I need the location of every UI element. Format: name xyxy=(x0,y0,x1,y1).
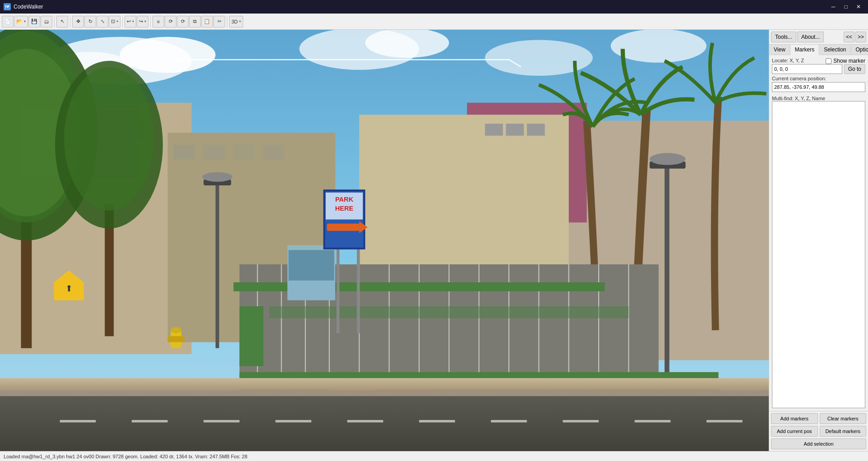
undo-dropdown[interactable]: ↩▾ xyxy=(125,16,136,28)
toolbar-nav-group: ↖ xyxy=(56,16,70,28)
scale-button[interactable]: ⤡ xyxy=(97,16,108,28)
rotate-button[interactable]: ↻ xyxy=(84,16,96,28)
toolbar-view-group: ≡ ⟳ ⟳ ⧉ 📋 ✂ xyxy=(152,16,227,28)
tab-options[interactable]: Options xyxy=(851,45,868,55)
tab-selection[interactable]: Selection xyxy=(819,45,851,55)
add-markers-button[interactable]: Add markers xyxy=(771,413,818,424)
markers-btn-row2: Add current pos Default markers xyxy=(771,426,866,437)
tab-markers[interactable]: Markers xyxy=(790,45,819,55)
svg-rect-40 xyxy=(216,180,219,348)
svg-rect-94 xyxy=(563,420,599,422)
svg-point-42 xyxy=(203,172,232,182)
svg-rect-61 xyxy=(240,306,263,366)
svg-rect-93 xyxy=(491,420,527,422)
svg-rect-97 xyxy=(0,390,769,396)
locate-section: Locate: X, Y, Z Show marker Go to xyxy=(772,58,865,74)
viewport[interactable]: PARK HERE ⬆ xyxy=(0,30,769,451)
goto-button[interactable]: Go to xyxy=(844,64,865,74)
markers-btn-row1: Add markers Clear markers xyxy=(771,413,866,424)
status-text: Loaded ma@hw1_rd_3.ybn hw1 24 ov00 Drawn… xyxy=(4,454,247,459)
save-button[interactable]: 💾 xyxy=(28,16,40,28)
close-button[interactable]: ✕ xyxy=(853,2,864,11)
svg-point-39 xyxy=(64,67,154,211)
nav-next-button[interactable]: >> xyxy=(855,32,866,42)
svg-rect-87 xyxy=(60,420,96,422)
show-marker-label: Show marker xyxy=(833,58,865,64)
locate-input-row: Go to xyxy=(772,64,865,74)
camera-pos-section: Current camera position: xyxy=(772,76,865,92)
svg-rect-30 xyxy=(485,124,503,136)
default-markers-button[interactable]: Default markers xyxy=(820,426,867,437)
toolbar-3d-group: 3D▾ xyxy=(229,16,245,28)
copy-button[interactable]: ⧉ xyxy=(189,16,201,28)
locate-label-row: Locate: X, Y, Z Show marker xyxy=(772,58,865,64)
app-icon: 🗺 xyxy=(4,3,11,10)
svg-rect-92 xyxy=(419,420,455,422)
panel-tabs: View Markers Selection Options xyxy=(769,45,868,55)
panel-buttons: Add markers Clear markers Add current po… xyxy=(769,411,868,451)
save-all-button[interactable]: 🗂 xyxy=(41,16,52,28)
svg-rect-75 xyxy=(337,249,340,333)
title-bar-controls: ─ □ ✕ xyxy=(827,2,864,11)
main-content: PARK HERE ⬆ xyxy=(0,30,868,451)
scene-background: PARK HERE ⬆ xyxy=(0,30,769,451)
right-panel: Tools... About... << >> View Markers Sel… xyxy=(769,30,868,451)
toolbar-transform-group: ✥ ↻ ⤡ ⊡▾ xyxy=(72,16,123,28)
svg-rect-21 xyxy=(203,145,224,160)
svg-rect-62 xyxy=(269,306,628,318)
nav-prev-button[interactable]: << xyxy=(844,32,854,42)
show-marker-checkbox[interactable] xyxy=(826,58,831,64)
cut-button[interactable]: ✂ xyxy=(213,16,225,28)
svg-rect-43 xyxy=(665,162,669,372)
svg-text:⬆: ⬆ xyxy=(65,284,73,293)
toolbar-file-group: 📄 📂▾ 💾 🗂 xyxy=(2,16,55,28)
tab-view[interactable]: View xyxy=(769,45,790,55)
add-current-pos-button[interactable]: Add current pos xyxy=(771,426,818,437)
svg-point-45 xyxy=(650,153,686,165)
tools-button[interactable]: Tools... xyxy=(771,32,796,42)
refresh2-button[interactable]: ⟳ xyxy=(177,16,189,28)
camera-pos-input[interactable] xyxy=(772,82,865,92)
3d-mode-dropdown[interactable]: 3D▾ xyxy=(229,16,243,28)
panel-content: Locate: X, Y, Z Show marker Go to Curren… xyxy=(769,55,868,411)
refresh-button[interactable]: ⟳ xyxy=(165,16,176,28)
about-button[interactable]: About... xyxy=(797,32,824,42)
svg-rect-23 xyxy=(263,145,284,160)
redo-dropdown[interactable]: ↪▾ xyxy=(137,16,148,28)
clear-markers-button[interactable]: Clear markers xyxy=(820,413,867,424)
select-button[interactable]: ↖ xyxy=(56,16,68,28)
locate-input[interactable] xyxy=(772,64,842,74)
svg-rect-89 xyxy=(203,420,240,422)
list-button[interactable]: ≡ xyxy=(152,16,164,28)
toolbar: 📄 📂▾ 💾 🗂 ↖ ✥ ↻ ⤡ ⊡▾ ↩▾ ↪▾ ≡ ⟳ ⟳ ⧉ 📋 ✂ 3D… xyxy=(0,14,868,30)
scene-svg: PARK HERE ⬆ xyxy=(0,30,769,451)
open-dropdown[interactable]: 📂▾ xyxy=(14,16,28,28)
svg-point-85 xyxy=(171,327,181,333)
multifind-section: Multi-find: X, Y, Z, Name xyxy=(772,94,865,408)
panel-top-buttons: Tools... About... << >> xyxy=(769,30,868,45)
svg-rect-84 xyxy=(168,336,185,342)
svg-text:PARK: PARK xyxy=(335,196,354,203)
title-bar-left: 🗺 CodeWalker xyxy=(4,3,43,10)
multifind-textarea[interactable] xyxy=(772,101,865,408)
status-bar: Loaded ma@hw1_rd_3.ybn hw1 24 ov00 Drawn… xyxy=(0,451,868,461)
snap-dropdown[interactable]: ⊡▾ xyxy=(109,16,120,28)
svg-rect-91 xyxy=(347,420,383,422)
paste-button[interactable]: 📋 xyxy=(201,16,213,28)
camera-pos-label: Current camera position: xyxy=(772,76,865,81)
svg-rect-32 xyxy=(527,124,545,136)
maximize-button[interactable]: □ xyxy=(840,2,852,11)
svg-rect-88 xyxy=(132,420,168,422)
new-button[interactable]: 📄 xyxy=(2,16,14,28)
svg-rect-95 xyxy=(635,420,671,422)
svg-rect-98 xyxy=(0,378,769,390)
minimize-button[interactable]: ─ xyxy=(827,2,839,11)
locate-label: Locate: X, Y, Z xyxy=(772,58,804,63)
svg-text:HERE: HERE xyxy=(335,205,354,212)
svg-rect-31 xyxy=(506,124,524,136)
add-selection-button[interactable]: Add selection xyxy=(771,438,866,449)
svg-rect-76 xyxy=(357,249,360,333)
svg-rect-96 xyxy=(706,420,743,422)
move-button[interactable]: ✥ xyxy=(72,16,84,28)
show-marker-row: Show marker xyxy=(826,58,865,64)
